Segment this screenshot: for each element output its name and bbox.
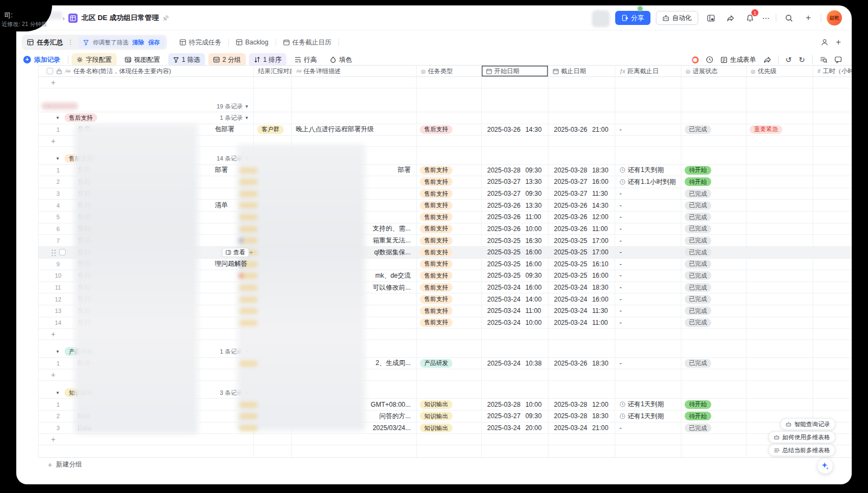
search-icon[interactable] xyxy=(782,11,796,25)
cell-countdown[interactable]: 还有1.1小时到期 xyxy=(615,176,681,188)
cell[interactable] xyxy=(813,112,852,123)
cell[interactable] xyxy=(615,147,681,153)
cell-task-type[interactable]: 售后支持 xyxy=(417,124,482,136)
add-record-inline-button[interactable]: + xyxy=(51,370,55,379)
cell[interactable] xyxy=(39,88,254,101)
column-header-countdown[interactable]: ƒx距离截止日 xyxy=(615,66,681,76)
cell-start-date[interactable]: 2025-03-2809:30 xyxy=(482,165,548,176)
cell-countdown[interactable]: - xyxy=(615,422,681,434)
cell-task-type[interactable]: 知识输出 xyxy=(417,411,482,422)
cell-start-date[interactable]: 2025-03-2709:30 xyxy=(482,188,548,200)
cell-status[interactable]: 待开始 xyxy=(681,399,746,410)
cell-start-date[interactable]: 2025-03-2810:00 xyxy=(482,399,548,410)
cell-countdown[interactable]: - xyxy=(615,212,681,223)
user-avatar[interactable]: 赵乾 xyxy=(827,10,842,25)
generate-form-button[interactable]: 生成表单 xyxy=(720,55,756,65)
cell[interactable] xyxy=(417,346,482,357)
cell[interactable] xyxy=(813,101,852,112)
cell[interactable] xyxy=(681,387,746,398)
cell[interactable] xyxy=(292,88,417,101)
forward-icon[interactable] xyxy=(723,11,737,25)
cell[interactable] xyxy=(39,445,254,457)
cell[interactable] xyxy=(254,101,292,112)
cell-priority[interactable]: 重要紧急 xyxy=(746,124,813,136)
cell[interactable] xyxy=(615,329,681,340)
cell[interactable] xyxy=(813,136,852,146)
group-record-count[interactable]: 19 条记录▾ xyxy=(216,103,248,111)
cell-task-type[interactable]: 售前支持 xyxy=(417,223,482,235)
cell[interactable] xyxy=(482,381,548,387)
cell-start-date[interactable]: 2025-03-2516:00 xyxy=(482,247,548,258)
tab-backlog[interactable]: Backlog xyxy=(229,39,276,46)
cell-detail[interactable]: 晚上八点进行远程部署升级 xyxy=(292,124,417,136)
cell[interactable] xyxy=(482,346,548,357)
cell[interactable] xyxy=(482,340,548,346)
more-icon[interactable]: ⋯ xyxy=(762,14,770,22)
cell-due-date[interactable]: 2025-03-2614:30 xyxy=(548,200,615,211)
cell[interactable] xyxy=(548,101,615,112)
cell[interactable] xyxy=(615,434,681,445)
tab-pending-tasks[interactable]: 待完成任务 xyxy=(173,38,228,47)
row-checkbox[interactable] xyxy=(59,249,66,255)
cell-due-date[interactable]: 2025-03-2418:30 xyxy=(548,282,615,293)
cell-start-date[interactable]: 2025-03-2709:30 xyxy=(482,411,548,422)
add-record-inline-button[interactable]: + xyxy=(51,330,55,338)
cell[interactable] xyxy=(615,346,681,357)
cell-due-date[interactable]: 2025-03-2711:30 xyxy=(548,188,615,200)
cell-start-date[interactable]: 2025-03-2613:30 xyxy=(482,200,548,211)
cell[interactable] xyxy=(615,387,681,398)
cell[interactable] xyxy=(417,136,482,146)
column-header-report[interactable]: 结果汇报对象 xyxy=(254,66,292,76)
cell[interactable] xyxy=(681,153,746,164)
cell[interactable]: + xyxy=(39,77,254,88)
column-header-type[interactable]: ◎任务类型 xyxy=(417,66,482,76)
cell[interactable] xyxy=(813,153,852,164)
cell-start-date[interactable]: 2025-03-2410:38 xyxy=(482,358,548,369)
panel-switch-icon[interactable] xyxy=(704,11,718,25)
cell[interactable] xyxy=(417,112,482,123)
collapse-caret-icon[interactable]: ▾ xyxy=(56,156,59,161)
cell-due-date[interactable]: 2025-03-2621:00 xyxy=(548,124,615,136)
cell-status[interactable]: 已完成 xyxy=(681,270,746,281)
new-group-bar[interactable]: + 新建分组 xyxy=(38,457,852,471)
cell[interactable] xyxy=(746,346,813,357)
cell-priority[interactable] xyxy=(746,165,813,176)
view-config-button[interactable]: 视图配置 xyxy=(120,53,165,66)
cell[interactable] xyxy=(548,434,615,445)
share-button[interactable]: 分享 xyxy=(615,11,650,25)
assistant-pill-smart-query[interactable]: 智能查询记录 xyxy=(780,418,835,430)
cell[interactable] xyxy=(746,136,813,146)
cell-start-date[interactable]: 2025-03-2420:00 xyxy=(482,422,548,434)
column-header-detail[interactable]: A≡任务详细描述 xyxy=(292,66,417,76)
cell[interactable] xyxy=(813,387,852,398)
cell[interactable] xyxy=(417,147,482,153)
cell-priority[interactable] xyxy=(746,200,813,211)
cell-start-date[interactable]: 2025-03-2414:00 xyxy=(482,293,548,305)
cell-due-date[interactable]: 2025-03-2416:00 xyxy=(548,293,615,305)
collapse-caret-icon[interactable]: ▾ xyxy=(56,115,59,120)
cell[interactable] xyxy=(548,112,615,123)
cell-task-type[interactable]: 售前支持 xyxy=(417,188,482,200)
cell-report-to[interactable]: 客户群 xyxy=(254,124,292,136)
cell-start-date[interactable]: 2025-03-2610:00 xyxy=(482,223,548,235)
cell[interactable] xyxy=(548,381,615,387)
cell[interactable] xyxy=(813,381,852,387)
cell-status[interactable]: 已完成 xyxy=(681,212,746,223)
cell[interactable] xyxy=(254,445,292,457)
cell-task-type[interactable]: 售前支持 xyxy=(417,293,482,305)
cell-priority[interactable] xyxy=(746,399,813,410)
add-view-plus-icon[interactable]: + xyxy=(836,37,841,47)
add-record-inline-button[interactable]: + xyxy=(51,137,55,145)
add-record-inline-button[interactable]: + xyxy=(51,78,55,87)
cell-task-type[interactable]: 售前支持 xyxy=(417,270,482,281)
cell[interactable] xyxy=(615,112,681,123)
cell-hours[interactable] xyxy=(813,124,852,136)
cell-task-type[interactable]: 知识输出 xyxy=(417,399,482,410)
cell-countdown[interactable]: 还有1天到期 xyxy=(615,411,681,422)
cell[interactable] xyxy=(482,101,548,112)
cell-countdown[interactable]: - xyxy=(615,124,681,136)
cell-task-type[interactable]: 售前支持 xyxy=(417,247,482,258)
cell-hours[interactable] xyxy=(813,282,852,293)
cell[interactable] xyxy=(746,112,813,123)
cell-countdown[interactable]: - xyxy=(615,270,681,281)
